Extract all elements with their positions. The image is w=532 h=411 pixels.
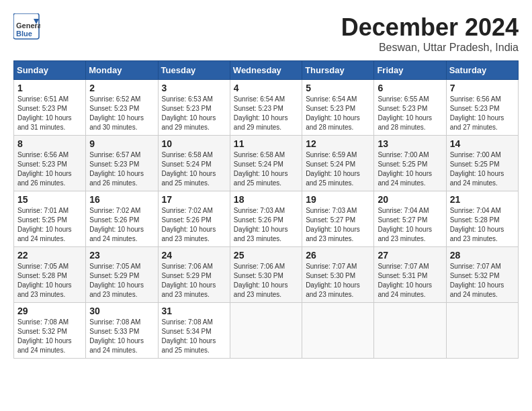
calendar-cell: 25Sunrise: 7:06 AM Sunset: 5:30 PM Dayli…	[230, 247, 302, 303]
calendar-cell: 28Sunrise: 7:07 AM Sunset: 5:32 PM Dayli…	[446, 247, 518, 303]
day-number: 15	[17, 194, 82, 205]
calendar-week-3: 15Sunrise: 7:01 AM Sunset: 5:25 PM Dayli…	[14, 191, 519, 247]
day-number: 21	[450, 194, 515, 205]
calendar-table: SundayMondayTuesdayWednesdayThursdayFrid…	[13, 60, 519, 359]
calendar-cell: 27Sunrise: 7:07 AM Sunset: 5:31 PM Dayli…	[374, 247, 446, 303]
calendar-cell: 31Sunrise: 7:08 AM Sunset: 5:34 PM Dayli…	[158, 303, 230, 359]
day-info: Sunrise: 7:03 AM Sunset: 5:26 PM Dayligh…	[234, 206, 298, 244]
day-info: Sunrise: 6:52 AM Sunset: 5:23 PM Dayligh…	[89, 95, 154, 132]
calendar-cell: 13Sunrise: 7:00 AM Sunset: 5:25 PM Dayli…	[374, 136, 446, 191]
day-info: Sunrise: 7:03 AM Sunset: 5:27 PM Dayligh…	[306, 206, 370, 244]
day-number: 4	[234, 83, 298, 93]
calendar-week-4: 22Sunrise: 7:05 AM Sunset: 5:28 PM Dayli…	[14, 247, 519, 303]
calendar-cell	[302, 303, 374, 359]
day-number: 20	[378, 194, 442, 205]
day-number: 3	[162, 83, 226, 93]
calendar-cell: 30Sunrise: 7:08 AM Sunset: 5:33 PM Dayli…	[86, 303, 158, 359]
title-block: December 2024 Beswan, Uttar Pradesh, Ind…	[341, 13, 519, 54]
day-number: 25	[234, 250, 298, 261]
day-info: Sunrise: 7:07 AM Sunset: 5:31 PM Dayligh…	[378, 262, 442, 300]
day-number: 28	[450, 250, 515, 261]
calendar-cell: 9Sunrise: 6:57 AM Sunset: 5:23 PM Daylig…	[86, 136, 158, 191]
page-header: General Blue December 2024 Beswan, Uttar…	[13, 13, 519, 54]
weekday-header-wednesday: Wednesday	[230, 61, 302, 80]
day-number: 16	[89, 194, 154, 205]
day-info: Sunrise: 7:02 AM Sunset: 5:26 PM Dayligh…	[89, 206, 154, 244]
day-number: 19	[306, 194, 370, 205]
calendar-cell: 24Sunrise: 7:06 AM Sunset: 5:29 PM Dayli…	[158, 247, 230, 303]
calendar-cell: 14Sunrise: 7:00 AM Sunset: 5:25 PM Dayli…	[446, 136, 518, 191]
day-info: Sunrise: 6:54 AM Sunset: 5:23 PM Dayligh…	[306, 95, 370, 132]
day-number: 5	[306, 83, 370, 93]
day-number: 29	[17, 306, 82, 316]
day-info: Sunrise: 6:51 AM Sunset: 5:23 PM Dayligh…	[17, 95, 82, 132]
day-info: Sunrise: 7:08 AM Sunset: 5:32 PM Dayligh…	[17, 318, 82, 355]
calendar-cell: 15Sunrise: 7:01 AM Sunset: 5:25 PM Dayli…	[14, 191, 86, 247]
calendar-cell: 22Sunrise: 7:05 AM Sunset: 5:28 PM Dayli…	[14, 247, 86, 303]
day-info: Sunrise: 7:08 AM Sunset: 5:33 PM Dayligh…	[89, 318, 154, 355]
day-info: Sunrise: 6:58 AM Sunset: 5:24 PM Dayligh…	[162, 150, 226, 188]
location: Beswan, Uttar Pradesh, India	[341, 42, 519, 54]
calendar-cell: 1Sunrise: 6:51 AM Sunset: 5:23 PM Daylig…	[14, 80, 86, 136]
calendar-cell: 5Sunrise: 6:54 AM Sunset: 5:23 PM Daylig…	[302, 80, 374, 136]
calendar-week-5: 29Sunrise: 7:08 AM Sunset: 5:32 PM Dayli…	[14, 303, 519, 359]
day-info: Sunrise: 7:05 AM Sunset: 5:28 PM Dayligh…	[17, 262, 82, 300]
calendar-week-1: 1Sunrise: 6:51 AM Sunset: 5:23 PM Daylig…	[14, 80, 519, 136]
calendar-cell: 18Sunrise: 7:03 AM Sunset: 5:26 PM Dayli…	[230, 191, 302, 247]
day-number: 12	[306, 138, 370, 149]
day-number: 9	[89, 138, 154, 149]
day-info: Sunrise: 7:06 AM Sunset: 5:30 PM Dayligh…	[234, 262, 298, 300]
day-number: 2	[89, 83, 154, 93]
calendar-cell: 7Sunrise: 6:56 AM Sunset: 5:23 PM Daylig…	[446, 80, 518, 136]
weekday-header-thursday: Thursday	[302, 61, 374, 80]
month-year: December 2024	[341, 13, 519, 42]
day-info: Sunrise: 6:56 AM Sunset: 5:23 PM Dayligh…	[450, 95, 515, 132]
calendar-cell: 19Sunrise: 7:03 AM Sunset: 5:27 PM Dayli…	[302, 191, 374, 247]
day-number: 8	[17, 138, 82, 149]
day-info: Sunrise: 6:59 AM Sunset: 5:24 PM Dayligh…	[306, 150, 370, 188]
day-number: 1	[17, 83, 82, 93]
calendar-header-row: SundayMondayTuesdayWednesdayThursdayFrid…	[14, 61, 519, 80]
weekday-header-monday: Monday	[86, 61, 158, 80]
day-info: Sunrise: 7:05 AM Sunset: 5:29 PM Dayligh…	[89, 262, 154, 300]
day-number: 17	[162, 194, 226, 205]
day-number: 23	[89, 250, 154, 261]
calendar-cell: 20Sunrise: 7:04 AM Sunset: 5:27 PM Dayli…	[374, 191, 446, 247]
calendar-cell: 4Sunrise: 6:54 AM Sunset: 5:23 PM Daylig…	[230, 80, 302, 136]
day-info: Sunrise: 6:56 AM Sunset: 5:23 PM Dayligh…	[17, 150, 82, 188]
calendar-week-2: 8Sunrise: 6:56 AM Sunset: 5:23 PM Daylig…	[14, 136, 519, 191]
day-info: Sunrise: 7:04 AM Sunset: 5:27 PM Dayligh…	[378, 206, 442, 244]
day-info: Sunrise: 7:01 AM Sunset: 5:25 PM Dayligh…	[17, 206, 82, 244]
day-number: 13	[378, 138, 442, 149]
calendar-cell: 17Sunrise: 7:02 AM Sunset: 5:26 PM Dayli…	[158, 191, 230, 247]
weekday-header-sunday: Sunday	[14, 61, 86, 80]
calendar-cell: 6Sunrise: 6:55 AM Sunset: 5:23 PM Daylig…	[374, 80, 446, 136]
day-number: 14	[450, 138, 515, 149]
day-number: 31	[162, 306, 226, 316]
calendar-cell	[446, 303, 518, 359]
day-info: Sunrise: 7:00 AM Sunset: 5:25 PM Dayligh…	[378, 150, 442, 188]
day-number: 24	[162, 250, 226, 261]
day-info: Sunrise: 6:55 AM Sunset: 5:23 PM Dayligh…	[378, 95, 442, 132]
svg-text:Blue: Blue	[16, 30, 32, 38]
calendar-cell	[230, 303, 302, 359]
day-info: Sunrise: 7:04 AM Sunset: 5:28 PM Dayligh…	[450, 206, 515, 244]
day-info: Sunrise: 6:57 AM Sunset: 5:23 PM Dayligh…	[89, 150, 154, 188]
day-info: Sunrise: 7:07 AM Sunset: 5:32 PM Dayligh…	[450, 262, 515, 300]
day-number: 18	[234, 194, 298, 205]
day-number: 27	[378, 250, 442, 261]
day-info: Sunrise: 7:07 AM Sunset: 5:30 PM Dayligh…	[306, 262, 370, 300]
calendar-cell: 11Sunrise: 6:58 AM Sunset: 5:24 PM Dayli…	[230, 136, 302, 191]
day-info: Sunrise: 7:06 AM Sunset: 5:29 PM Dayligh…	[162, 262, 226, 300]
logo: General Blue	[13, 13, 43, 40]
logo-icon: General Blue	[13, 13, 40, 40]
day-number: 11	[234, 138, 298, 149]
calendar-cell: 3Sunrise: 6:53 AM Sunset: 5:23 PM Daylig…	[158, 80, 230, 136]
calendar-cell	[374, 303, 446, 359]
day-number: 6	[378, 83, 442, 93]
calendar-cell: 8Sunrise: 6:56 AM Sunset: 5:23 PM Daylig…	[14, 136, 86, 191]
day-info: Sunrise: 7:08 AM Sunset: 5:34 PM Dayligh…	[162, 318, 226, 355]
day-number: 7	[450, 83, 515, 93]
day-number: 26	[306, 250, 370, 261]
day-number: 30	[89, 306, 154, 316]
